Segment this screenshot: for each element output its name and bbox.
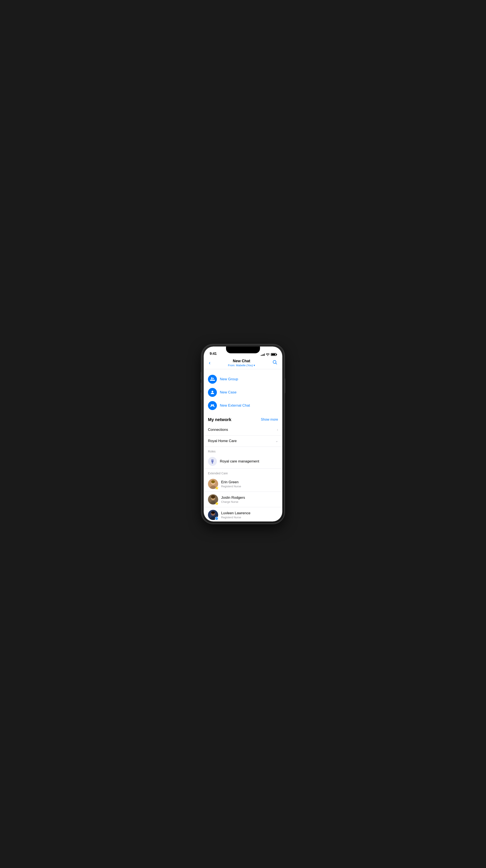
extended-care-section-label: Extended Care (204, 469, 282, 476)
person-role-joslin: Charge Nurse (221, 500, 278, 503)
royal-care-management-row[interactable]: Royal care management (204, 454, 282, 469)
new-external-chat-icon (208, 401, 217, 410)
royal-home-care-label: Royal Home Care (208, 439, 237, 443)
new-external-chat-item[interactable]: New External Chat (204, 399, 282, 412)
roles-section-label: Roles (204, 447, 282, 454)
person-info-erin: Erin Green Registerd Nurse (221, 480, 278, 488)
new-group-icon (208, 375, 217, 384)
svg-point-7 (211, 404, 212, 406)
phone-frame: 9:41 ‹ (202, 344, 284, 524)
signal-icon (261, 353, 265, 356)
new-case-item[interactable]: New Case (204, 386, 282, 399)
connections-chevron: › (277, 428, 278, 432)
svg-line-1 (276, 363, 277, 364)
page-title: New Chat (211, 359, 272, 364)
battery-icon (271, 353, 276, 356)
phone-inner: 9:41 ‹ (204, 346, 282, 522)
group-svg-icon (210, 377, 215, 382)
svg-point-17 (211, 480, 215, 483)
from-selector[interactable]: From: Mabelle (You) ▾ (211, 364, 272, 367)
svg-point-3 (213, 378, 214, 379)
role-svg-icon (210, 459, 215, 464)
connections-label: Connections (208, 428, 228, 432)
wifi-icon (266, 353, 270, 356)
royal-home-care-chevron: ⌄ (275, 439, 278, 443)
avatar-wrapper-luvleen (208, 510, 218, 520)
new-group-item[interactable]: New Group (204, 373, 282, 386)
svg-point-20 (211, 495, 215, 499)
star-badge-joslin: ⭐ (215, 502, 219, 505)
avatar-wrapper-joslin: ⭐ (208, 494, 218, 504)
new-group-label: New Group (220, 377, 238, 381)
connections-row[interactable]: Connections › (204, 424, 282, 435)
svg-point-14 (212, 462, 213, 464)
status-icons (261, 353, 276, 356)
svg-point-4 (213, 380, 215, 381)
royal-home-care-row[interactable]: Royal Home Care ⌄ (204, 435, 282, 447)
person-role-luvleen: Registerd Nurse (221, 516, 278, 519)
case-svg-icon (210, 390, 215, 395)
svg-point-23 (211, 511, 215, 514)
content-area: New Group New Case (204, 369, 282, 522)
check-badge-luvleen (215, 517, 218, 520)
person-name-luvleen: Luvleen Lawrence (221, 511, 278, 516)
person-role-erin: Registerd Nurse (221, 485, 278, 488)
my-network-header: My network Show more (204, 414, 282, 424)
action-list: New Group New Case (204, 369, 282, 414)
new-case-label: New Case (220, 390, 236, 395)
navigation-header: ‹ New Chat From: Mabelle (You) ▾ (204, 357, 282, 369)
svg-rect-6 (212, 391, 213, 391)
person-row-erin-green[interactable]: ⭐ Erin Green Registerd Nurse (204, 476, 282, 492)
svg-point-2 (211, 377, 213, 379)
svg-rect-11 (212, 460, 213, 460)
person-name-joslin: Joslin Rodgers (221, 495, 278, 500)
new-external-chat-label: New External Chat (220, 403, 250, 408)
screen: 9:41 ‹ (204, 346, 282, 522)
person-info-joslin: Joslin Rodgers Charge Nurse (221, 495, 278, 503)
header-title-wrapper: New Chat From: Mabelle (You) ▾ (211, 359, 272, 367)
royal-care-management-icon (208, 457, 217, 466)
royal-care-management-label: Royal care management (220, 459, 259, 464)
show-more-button[interactable]: Show more (261, 417, 278, 422)
external-chat-svg-icon (210, 403, 215, 408)
person-info-luvleen: Luvleen Lawrence Registerd Nurse (221, 511, 278, 519)
person-row-joslin-rodgers[interactable]: ⭐ Joslin Rodgers Charge Nurse (204, 492, 282, 507)
person-row-luvleen-lawrence[interactable]: Luvleen Lawrence Registerd Nurse (204, 507, 282, 522)
notch (226, 346, 260, 353)
svg-point-8 (213, 404, 214, 406)
search-button[interactable] (272, 359, 278, 367)
my-network-title: My network (208, 417, 231, 422)
status-time: 9:41 (210, 352, 217, 356)
new-case-icon (208, 388, 217, 397)
avatar-wrapper-erin: ⭐ (208, 479, 218, 489)
back-button[interactable]: ‹ (208, 359, 211, 367)
star-badge-erin: ⭐ (215, 487, 219, 489)
person-name-erin: Erin Green (221, 480, 278, 485)
